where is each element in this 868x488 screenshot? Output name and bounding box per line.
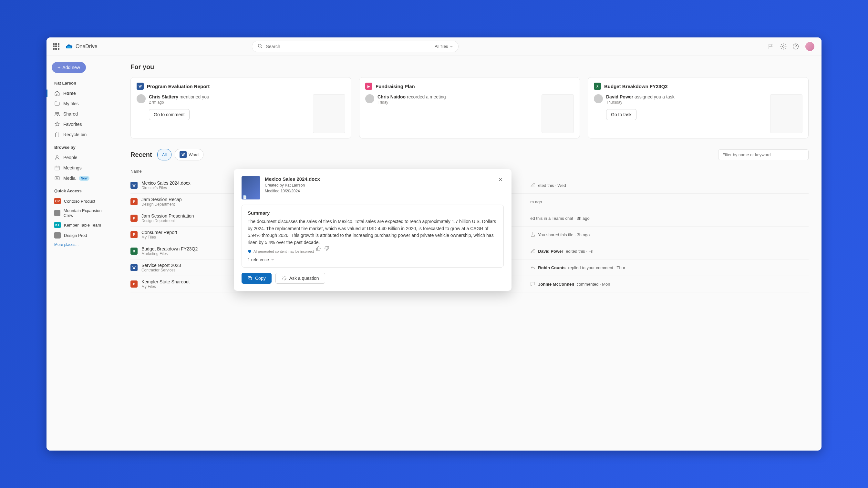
close-icon[interactable] — [497, 176, 504, 183]
edit-icon — [530, 183, 535, 188]
card-activity: Chris Slattery mentioned you — [149, 94, 307, 99]
sidebar-item-recycle-bin[interactable]: Recycle bin — [52, 129, 113, 140]
sidebar-item-shared[interactable]: Shared — [52, 109, 113, 119]
nav-icon — [54, 90, 60, 96]
edit-icon — [530, 249, 535, 254]
more-places-link[interactable]: More places... — [52, 240, 113, 249]
sidebar-item-my-files[interactable]: My files — [52, 98, 113, 109]
search-box[interactable]: All files — [252, 41, 459, 52]
for-you-title: For you — [130, 63, 809, 71]
file-location: Design Department — [142, 202, 182, 206]
ppt-icon: P — [130, 281, 137, 288]
sidebar-item-people[interactable]: People — [52, 152, 113, 163]
team-badge — [54, 232, 61, 238]
popover-created: Created by Kat Larrson — [265, 182, 493, 188]
word-icon: W — [180, 151, 187, 158]
flag-icon[interactable] — [768, 43, 774, 50]
filter-pill-all[interactable]: All — [157, 149, 172, 160]
svg-rect-6 — [55, 166, 59, 170]
file-location: Marketing Files — [142, 252, 197, 256]
sidebar-item-home[interactable]: Home — [52, 88, 113, 98]
new-badge: New — [79, 176, 89, 181]
file-name: Kempler State Shareout — [142, 279, 190, 284]
svg-point-3 — [56, 112, 57, 114]
file-location: Design Department — [142, 219, 194, 223]
for-you-card[interactable]: XBudget Breakdown FY23Q2 David Power ass… — [588, 77, 809, 138]
person-avatar — [594, 94, 603, 103]
svg-point-5 — [56, 156, 58, 158]
team-badge: KT — [54, 222, 61, 228]
card-action-button[interactable]: Go to comment — [149, 109, 190, 120]
chevron-down-icon — [450, 45, 453, 48]
ppt-icon: P — [130, 231, 137, 238]
help-icon[interactable] — [793, 43, 799, 50]
nav-icon — [54, 101, 60, 106]
nav-icon — [54, 175, 60, 181]
search-input[interactable] — [266, 44, 431, 49]
person-avatar — [365, 94, 374, 103]
recent-header: Recent AllWWord — [130, 149, 809, 160]
sidebar-item-media[interactable]: MediaNew — [52, 173, 113, 183]
sidebar-item-favorites[interactable]: Favorites — [52, 119, 113, 129]
copy-button[interactable]: Copy — [242, 273, 272, 284]
references-toggle[interactable]: 1 reference — [248, 257, 498, 262]
filter-pills: AllWWord — [157, 149, 204, 160]
card-thumbnail — [770, 94, 802, 133]
card-action-button[interactable]: Go to task — [606, 109, 637, 120]
for-you-card[interactable]: WProgram Evaluation Report Chris Slatter… — [130, 77, 351, 138]
card-activity: David Power assigned you a task — [606, 94, 764, 99]
nav-icon — [54, 155, 60, 160]
col-activity-header — [530, 169, 809, 174]
svg-point-1 — [782, 45, 784, 47]
user-name-label: Kat Larson — [54, 81, 113, 86]
card-title: Program Evaluation Report — [147, 84, 210, 89]
for-you-card[interactable]: ▶Fundraising Plan Chris Naidoo recorded … — [359, 77, 580, 138]
ppt-icon: P — [130, 215, 137, 222]
card-thumbnail — [313, 94, 345, 133]
shield-icon — [248, 250, 252, 253]
file-activity: eted this · Wed — [530, 183, 809, 188]
quick-access-item[interactable]: Mountain Expansion Crew — [52, 206, 113, 220]
quick-access-item[interactable]: CPContoso Product — [52, 196, 113, 206]
quick-access-item[interactable]: KTKemper Table Team — [52, 220, 113, 230]
word-icon: W — [130, 264, 137, 271]
quick-access-item[interactable]: Design Prod — [52, 230, 113, 240]
ppt-icon: P — [130, 198, 137, 205]
file-name: Jam Session Recap — [142, 197, 182, 202]
file-name: Consumer Report — [142, 230, 177, 235]
comment-icon — [530, 282, 535, 287]
file-name: Jam Session Presentation — [142, 213, 194, 219]
ai-disclaimer: AI-generated content may be incorrect — [248, 250, 498, 253]
summary-heading: Summary — [248, 210, 498, 216]
popover-thumbnail — [242, 176, 260, 199]
popover-title: Mexico Sales 2024.docx — [265, 176, 493, 182]
add-new-button[interactable]: + Add new — [52, 62, 86, 73]
summary-section: Summary The document discusses the sales… — [242, 205, 504, 267]
thumbs-down-icon[interactable] — [324, 246, 330, 251]
filter-input[interactable] — [718, 150, 809, 160]
summary-popover: Mexico Sales 2024.docx Created by Kat La… — [234, 169, 512, 291]
file-location: My Files — [142, 284, 190, 289]
sidebar-item-meetings[interactable]: Meetings — [52, 163, 113, 173]
content-area: For you WProgram Evaluation Report Chris… — [118, 56, 822, 451]
thumbs-up-icon[interactable] — [316, 246, 321, 251]
file-name: Mexico Sales 2024.docx — [142, 181, 190, 186]
svg-rect-8 — [249, 277, 252, 280]
search-scope-dropdown[interactable]: All files — [435, 44, 453, 49]
user-avatar[interactable] — [805, 41, 815, 52]
reply-icon — [530, 265, 535, 270]
file-location: Director's Files — [142, 186, 190, 190]
svg-point-0 — [258, 44, 261, 47]
file-location: Contractor Services — [142, 268, 181, 272]
card-time: 27m ago — [149, 100, 307, 104]
top-bar: OneDrive All files — [46, 37, 822, 56]
browse-by-label: Browse by — [54, 145, 113, 150]
svg-point-4 — [58, 112, 59, 114]
ask-question-button[interactable]: Ask a question — [275, 273, 325, 284]
filter-pill-word[interactable]: WWord — [175, 149, 204, 160]
card-title: Fundraising Plan — [376, 84, 415, 89]
settings-icon[interactable] — [780, 43, 786, 50]
file-location: My Files — [142, 235, 177, 239]
for-you-cards: WProgram Evaluation Report Chris Slatter… — [130, 77, 809, 138]
app-launcher-icon[interactable] — [53, 43, 59, 50]
